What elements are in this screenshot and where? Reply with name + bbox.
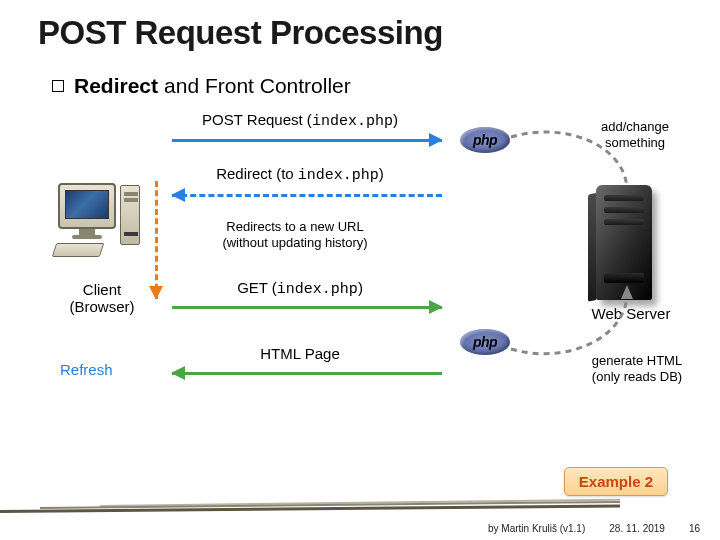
subtitle-rest: and Front Controller [164,74,351,98]
curved-arrow-bottom-icon [505,281,655,361]
php-icon: php [460,127,510,153]
redirect-note: Redirects to a new URL (without updating… [180,219,410,252]
php-icon: php [460,329,510,355]
svg-marker-1 [621,285,633,299]
client-computer-icon [58,183,116,229]
example-button[interactable]: Example 2 [564,467,668,496]
footer-page: 16 [689,523,700,534]
html-page-label: HTML Page [170,345,430,362]
subtitle-row: Redirect and Front Controller [52,74,351,98]
refresh-label: Refresh [60,361,113,378]
subtitle-strong: Redirect [74,74,158,98]
client-label: Client (Browser) [42,281,162,315]
footer-date: 28. 11. 2019 [609,523,665,534]
bullet-square-icon [52,80,64,92]
footer-author: by Martin Kruliš (v1.1) [488,523,585,534]
page-title: POST Request Processing [38,14,443,52]
footer: by Martin Kruliš (v1.1) 28. 11. 2019 16 [488,523,700,534]
diagram-area: Client (Browser) POST Request (index.php… [0,105,720,455]
generate-html-note: generate HTML (only reads DB) [572,353,702,386]
redirect-label: Redirect (to index.php) [170,165,430,184]
post-request-label: POST Request (index.php) [170,111,430,130]
get-request-label: GET (index.php) [170,279,430,298]
accent-lines-icon [0,501,620,506]
